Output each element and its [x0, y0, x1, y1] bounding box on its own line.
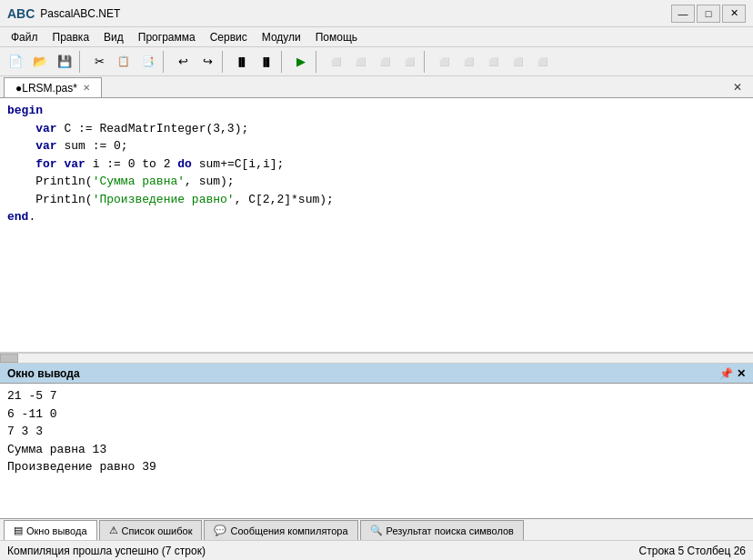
menu-bar: Файл Правка Вид Программа Сервис Модули …	[0, 27, 753, 47]
app-icon: ABC	[7, 6, 35, 21]
btm-tab-errors[interactable]: ⚠ Список ошибок	[99, 520, 203, 540]
tb-sep-2	[163, 51, 168, 73]
tb-copy[interactable]: 📋	[112, 51, 136, 73]
menu-view[interactable]: Вид	[96, 29, 131, 45]
bottom-tab-bar: ▤ Окно вывода ⚠ Список ошибок 💬 Сообщени…	[0, 518, 753, 540]
tb-c2[interactable]: ⬜	[348, 51, 372, 73]
tab-area-close[interactable]: ✕	[726, 81, 749, 94]
main-container: ●LRSM.pas* ✕ ✕ begin var C := ReadMatrIn…	[0, 76, 753, 560]
tb-d5[interactable]: ⬜	[530, 51, 554, 73]
code-editor[interactable]: begin var C := ReadMatrInteger(3,3); var…	[0, 98, 753, 353]
toolbar: 📄 📂 💾 ✂ 📋 📑 ↩ ↪ ▐▌ ▐▌ ▶ ⬜ ⬜ ⬜ ⬜ ⬜ ⬜ ⬜ ⬜ …	[0, 47, 753, 76]
btm-tab-search-label: Результат поиска символов	[387, 525, 514, 536]
output-tab-icon: ▤	[14, 525, 23, 536]
tab-label: ●LRSM.pas*	[15, 82, 77, 95]
tb-sep-4	[281, 51, 286, 73]
btm-tab-compiler[interactable]: 💬 Сообщения компилятора	[204, 520, 357, 540]
tb-cut[interactable]: ✂	[87, 51, 111, 73]
menu-service[interactable]: Сервис	[203, 29, 255, 45]
tb-paste[interactable]: 📑	[136, 51, 160, 73]
status-bar: Компиляция прошла успешно (7 строк) Стро…	[0, 540, 753, 560]
tb-c1[interactable]: ⬜	[324, 51, 347, 73]
tb-b2[interactable]: ▐▌	[255, 51, 278, 73]
compiler-tab-icon: 💬	[214, 525, 226, 536]
output-content: 21 -5 7 6 -11 0 7 3 3 Сумма равна 13 Про…	[0, 384, 753, 529]
tb-save[interactable]: 💾	[53, 51, 76, 73]
menu-modules[interactable]: Модули	[255, 29, 308, 45]
output-title: Окно вывода	[7, 367, 80, 380]
tb-redo[interactable]: ↪	[196, 51, 219, 73]
status-message: Компиляция прошла успешно (7 строк)	[7, 545, 639, 557]
tb-new[interactable]: 📄	[4, 51, 27, 73]
h-scroll-thumb[interactable]	[0, 354, 18, 363]
tab-bar: ●LRSM.pas* ✕ ✕	[0, 76, 753, 98]
tb-d4[interactable]: ⬜	[506, 51, 529, 73]
title-text: PascalABC.NET	[40, 7, 671, 20]
tb-c3[interactable]: ⬜	[373, 51, 397, 73]
menu-file[interactable]: Файл	[4, 29, 45, 45]
tb-sep-1	[79, 51, 85, 73]
tb-undo[interactable]: ↩	[171, 51, 195, 73]
tb-sep-5	[316, 51, 321, 73]
btm-tab-errors-label: Список ошибок	[122, 525, 193, 536]
search-tab-icon: 🔍	[370, 525, 383, 536]
tab-lrsm[interactable]: ●LRSM.pas* ✕	[4, 77, 102, 97]
tb-d2[interactable]: ⬜	[457, 51, 480, 73]
tab-close-icon[interactable]: ✕	[83, 83, 90, 93]
menu-edit[interactable]: Правка	[45, 29, 97, 45]
tb-d1[interactable]: ⬜	[432, 51, 456, 73]
errors-tab-icon: ⚠	[109, 525, 118, 536]
tb-d3[interactable]: ⬜	[481, 51, 505, 73]
tb-c4[interactable]: ⬜	[397, 51, 421, 73]
tb-sep-6	[424, 51, 429, 73]
tb-run[interactable]: ▶	[289, 51, 313, 73]
title-bar: ABC PascalABC.NET — □ ✕	[0, 0, 753, 27]
btm-tab-compiler-label: Сообщения компилятора	[230, 525, 347, 536]
horizontal-scrollbar[interactable]	[0, 353, 753, 364]
menu-program[interactable]: Программа	[131, 29, 203, 45]
maximize-button[interactable]: □	[697, 5, 720, 23]
cursor-position: Строка 5 Столбец 26	[639, 545, 746, 557]
pin-icon[interactable]: 📌	[719, 367, 733, 380]
minimize-button[interactable]: —	[671, 5, 695, 23]
tb-b1[interactable]: ▐▌	[230, 51, 254, 73]
window-controls: — □ ✕	[671, 5, 746, 23]
close-button[interactable]: ✕	[722, 5, 746, 23]
tb-sep-3	[222, 51, 227, 73]
tb-open[interactable]: 📂	[28, 51, 52, 73]
btm-tab-output[interactable]: ▤ Окно вывода	[4, 520, 97, 540]
output-panel-header: Окно вывода 📌 ✕	[0, 364, 753, 384]
output-close-icon[interactable]: ✕	[737, 367, 746, 380]
menu-help[interactable]: Помощь	[308, 29, 365, 45]
btm-tab-search[interactable]: 🔍 Результат поиска символов	[360, 520, 524, 540]
btm-tab-output-label: Окно вывода	[26, 525, 87, 536]
